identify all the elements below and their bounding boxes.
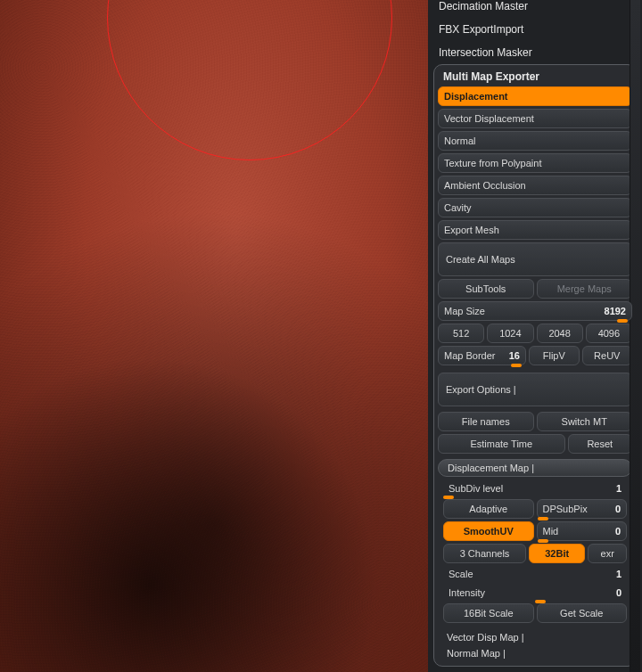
map-displacement-toggle[interactable]: Displacement — [438, 86, 632, 106]
adaptive-toggle[interactable]: Adaptive — [443, 499, 534, 519]
dpsubpix-label: DPSubPix — [543, 504, 615, 514]
vector-disp-map-header[interactable]: Vector Disp Map | — [438, 630, 632, 646]
mme-title[interactable]: Multi Map Exporter — [438, 69, 632, 86]
brush-outline — [107, 0, 392, 160]
map-cavity-toggle[interactable]: Cavity — [438, 198, 632, 217]
displacement-map-header[interactable]: Displacement Map | — [438, 459, 632, 477]
size-4096-button[interactable]: 4096 — [586, 324, 632, 343]
map-normal-toggle[interactable]: Normal — [438, 131, 632, 151]
zplugin-panel: Decimation Master FBX ExportImport Inter… — [428, 0, 642, 672]
viewport-3d[interactable] — [0, 0, 428, 672]
intensity-slider[interactable]: Intensity 0 — [443, 585, 627, 601]
map-export-mesh-toggle[interactable]: Export Mesh — [438, 220, 632, 240]
merge-maps-button[interactable]: Merge Maps — [537, 279, 633, 299]
map-ambient-occlusion-toggle[interactable]: Ambient Occlusion — [438, 176, 632, 195]
reset-button[interactable]: Reset — [568, 434, 632, 454]
size-512-button[interactable]: 512 — [438, 324, 484, 343]
size-2048-button[interactable]: 2048 — [537, 324, 583, 343]
displacement-map-title: Displacement Map — [448, 463, 529, 473]
subdiv-label: SubDiv level — [449, 483, 616, 494]
dpsubpix-slider[interactable]: DPSubPix 0 — [537, 499, 628, 519]
bit16-scale-button[interactable]: 16Bit Scale — [443, 603, 534, 623]
switch-mt-button[interactable]: Switch MT — [537, 412, 633, 431]
subdiv-value: 1 — [616, 483, 621, 494]
subdiv-level-slider[interactable]: SubDiv level 1 — [443, 480, 627, 496]
flipv-button[interactable]: FlipV — [529, 346, 580, 365]
file-names-button[interactable]: File names — [438, 412, 534, 431]
bit32-toggle[interactable]: 32Bit — [529, 544, 585, 563]
panel-scrollbar[interactable] — [630, 0, 640, 672]
dpsubpix-value: 0 — [615, 504, 621, 514]
create-all-maps-button[interactable]: Create All Maps — [438, 242, 632, 276]
map-border-value: 16 — [509, 350, 520, 361]
map-border-slider[interactable]: Map Border 16 — [438, 346, 526, 365]
mid-label: Mid — [543, 526, 615, 537]
exr-toggle[interactable]: exr — [588, 544, 627, 563]
intensity-value: 0 — [616, 587, 621, 598]
vector-disp-map-title: Vector Disp Map — [447, 632, 519, 643]
mid-slider[interactable]: Mid 0 — [537, 521, 628, 541]
scale-slider[interactable]: Scale 1 — [443, 566, 627, 582]
intensity-label: Intensity — [449, 587, 616, 598]
map-border-label: Map Border — [444, 350, 509, 361]
plugin-intersection-masker[interactable]: Intersection Masker — [428, 41, 642, 64]
scale-label: Scale — [449, 569, 616, 579]
plugin-decimation-master[interactable]: Decimation Master — [428, 0, 642, 18]
export-options-label: Export Options — [446, 384, 511, 395]
reuv-button[interactable]: ReUV — [582, 346, 633, 365]
size-1024-button[interactable]: 1024 — [487, 324, 533, 343]
normal-map-header[interactable]: Normal Map | — [438, 646, 632, 662]
three-channels-toggle[interactable]: 3 Channels — [443, 544, 526, 563]
export-options-button[interactable]: Export Options | — [438, 373, 632, 406]
get-scale-button[interactable]: Get Scale — [537, 603, 628, 623]
mid-value: 0 — [615, 526, 621, 537]
plugin-fbx-exportimport[interactable]: FBX ExportImport — [428, 18, 642, 41]
subtools-button[interactable]: SubTools — [438, 279, 534, 299]
map-size-slider[interactable]: Map Size 8192 — [438, 301, 632, 321]
map-texture-polypaint-toggle[interactable]: Texture from Polypaint — [438, 153, 632, 173]
map-vector-displacement-toggle[interactable]: Vector Displacement — [438, 109, 632, 128]
map-size-value: 8192 — [605, 306, 626, 316]
normal-map-title: Normal Map — [447, 648, 500, 659]
scale-value: 1 — [616, 569, 621, 579]
estimate-time-button[interactable]: Estimate Time — [438, 434, 565, 454]
map-size-label: Map Size — [444, 306, 605, 316]
multi-map-exporter-section: Multi Map Exporter Displacement Vector D… — [433, 64, 637, 667]
smoothuv-toggle[interactable]: SmoothUV — [443, 521, 534, 541]
